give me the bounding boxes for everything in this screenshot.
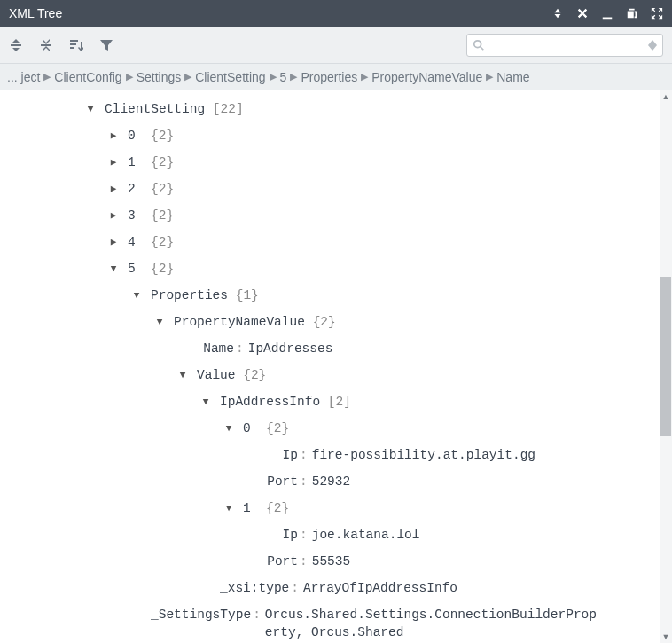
- tree-row[interactable]: ▶1 {2}: [0, 149, 672, 176]
- tree-row[interactable]: ▼Name:IpAddresses: [0, 335, 672, 362]
- tree-row[interactable]: ▼Ip:joe.katana.lol: [0, 521, 672, 548]
- breadcrumb-item[interactable]: ClientConfig: [54, 70, 121, 84]
- tree-row[interactable]: ▼IpAddressInfo [2]: [0, 388, 672, 415]
- chevron-down-icon[interactable]: ▼: [85, 105, 96, 114]
- chevron-right-icon[interactable]: ▶: [108, 158, 119, 168]
- scroll-down-icon[interactable]: ▼: [660, 631, 672, 643]
- breadcrumb-item[interactable]: 5: [280, 70, 287, 84]
- tree-row[interactable]: ▶4 {2}: [0, 229, 672, 255]
- collapse-all-icon[interactable]: [39, 38, 53, 52]
- search-box[interactable]: [466, 34, 663, 57]
- fullscreen-icon[interactable]: [651, 7, 663, 20]
- breadcrumb-item[interactable]: Settings: [137, 70, 182, 84]
- tree-row[interactable]: ▼5 {2}: [0, 255, 672, 282]
- copy-icon[interactable]: [626, 7, 638, 20]
- chevron-right-icon[interactable]: ▶: [108, 184, 119, 194]
- chevron-right-icon[interactable]: ▶: [108, 131, 119, 141]
- chevron-right-icon[interactable]: ▶: [108, 238, 119, 247]
- scrollbar-thumb[interactable]: [660, 277, 671, 436]
- tree-row[interactable]: ▼ ClientSetting [22]: [0, 96, 672, 122]
- tree-row[interactable]: ▼Value {2}: [0, 362, 672, 388]
- tree-row[interactable]: ▶0 {2}: [0, 122, 672, 149]
- sort-icon[interactable]: [69, 38, 83, 52]
- tree-row[interactable]: ▼Ip:fire-possibility.at.playit.gg: [0, 442, 672, 468]
- chevron-right-icon[interactable]: ▶: [108, 211, 119, 221]
- breadcrumb-item[interactable]: PropertyNameValue: [371, 70, 482, 84]
- header: XML Tree: [0, 0, 672, 27]
- tree-row[interactable]: ▼PropertyNameValue {2}: [0, 309, 672, 335]
- search-icon: [473, 39, 485, 51]
- scroll-up-icon[interactable]: ▲: [660, 90, 672, 103]
- breadcrumb-item[interactable]: Name: [496, 70, 529, 84]
- xml-tree: ▼ ClientSetting [22] ▶0 {2} ▶1 {2} ▶2 {2…: [0, 90, 672, 643]
- download-icon[interactable]: [601, 7, 613, 20]
- expand-all-icon[interactable]: [9, 38, 23, 52]
- search-next-icon[interactable]: [648, 45, 657, 51]
- breadcrumb: ... ject▶ ClientConfig▶ Settings▶ Client…: [0, 64, 672, 90]
- search-input[interactable]: [485, 38, 645, 51]
- breadcrumb-item[interactable]: ... ject: [7, 70, 40, 84]
- chevron-down-icon[interactable]: ▼: [154, 318, 165, 327]
- tree-area: ▼ ClientSetting [22] ▶0 {2} ▶1 {2} ▶2 {2…: [0, 90, 672, 643]
- breadcrumb-item[interactable]: Properties: [301, 70, 357, 84]
- header-actions: [551, 7, 663, 20]
- tree-row[interactable]: ▼0 {2}: [0, 415, 672, 442]
- toolbar: [0, 27, 672, 64]
- scrollbar[interactable]: ▲ ▼: [660, 90, 672, 643]
- tree-row[interactable]: ▼1 {2}: [0, 495, 672, 521]
- tree-row[interactable]: ▼Port:55535: [0, 548, 672, 575]
- window-title: XML Tree: [9, 6, 62, 20]
- chevron-down-icon[interactable]: ▼: [200, 397, 211, 407]
- chevron-down-icon[interactable]: ▼: [131, 291, 142, 301]
- svg-point-0: [474, 40, 481, 47]
- tree-row[interactable]: ▼Properties {1}: [0, 282, 672, 309]
- filter-icon[interactable]: [99, 38, 113, 52]
- tree-row[interactable]: ▼Port:52932: [0, 468, 672, 495]
- breadcrumb-item[interactable]: ClientSetting: [195, 70, 265, 84]
- chevron-down-icon[interactable]: ▼: [223, 424, 234, 434]
- tree-row[interactable]: ▼_SettingsType:Orcus.Shared.Settings.Con…: [0, 601, 672, 641]
- tree-row[interactable]: ▶2 {2}: [0, 176, 672, 202]
- close-icon[interactable]: [576, 7, 589, 20]
- tree-row[interactable]: ▶3 {2}: [0, 202, 672, 229]
- collapse-tree-icon[interactable]: [551, 7, 564, 20]
- tree-row[interactable]: ▼_xsi:type:ArrayOfIpAddressInfo: [0, 575, 672, 601]
- chevron-down-icon[interactable]: ▼: [177, 371, 188, 380]
- chevron-down-icon[interactable]: ▼: [223, 504, 234, 514]
- chevron-down-icon[interactable]: ▼: [108, 264, 119, 274]
